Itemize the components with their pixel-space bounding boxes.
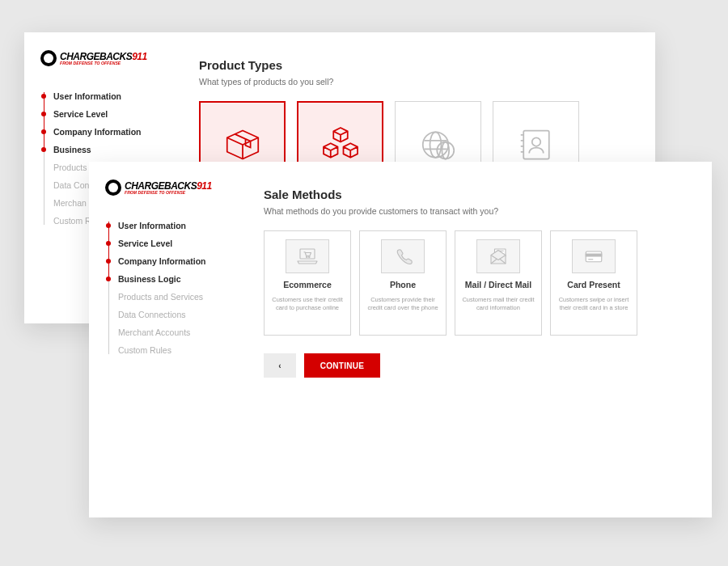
window-sale-methods: CHARGEBACKS911 FROM DEFENSE TO OFFENSE U… <box>89 162 712 517</box>
step-user-information[interactable]: User Information <box>118 217 225 234</box>
logo-tagline: FROM DEFENSE TO OFFENSE <box>60 61 147 65</box>
step-custom-rules[interactable]: Custom Rules <box>118 341 225 359</box>
step-user-information[interactable]: User Information <box>53 87 160 105</box>
option-mail[interactable]: Mail / Direct Mail Customers mail their … <box>455 230 542 336</box>
svg-point-2 <box>437 142 454 158</box>
step-data-connections[interactable]: Data Connections <box>118 306 225 323</box>
card-icon <box>572 239 616 273</box>
contact-icon <box>514 122 559 167</box>
step-business-logic[interactable]: Business Logic <box>118 270 225 288</box>
step-company-information[interactable]: Company Information <box>118 252 225 270</box>
svg-point-3 <box>442 142 449 158</box>
option-title: Card Present <box>567 280 620 289</box>
wizard-actions: ‹ CONTINUE <box>264 353 683 378</box>
option-desc: Customers provide their credit card over… <box>366 296 439 312</box>
option-title: Phone <box>390 280 416 289</box>
logo-tagline: FROM DEFENSE TO OFFENSE <box>125 191 212 195</box>
section-subtitle: What types of products do you sell? <box>199 77 626 87</box>
logo-mark-icon <box>40 50 57 66</box>
back-button[interactable]: ‹ <box>264 353 296 378</box>
logo-mark-icon <box>105 180 121 196</box>
sale-method-options: Ecommerce Customers use their credit car… <box>264 230 683 336</box>
option-title: Mail / Direct Mail <box>465 280 531 289</box>
option-phone[interactable]: Phone Customers provide their credit car… <box>359 230 447 336</box>
section-subtitle: What methods do you provide customers to… <box>264 206 683 216</box>
step-merchant-accounts[interactable]: Merchant Accounts <box>118 323 225 341</box>
globe-icon <box>416 122 461 167</box>
step-products-services[interactable]: Products and Services <box>118 288 225 306</box>
svg-point-7 <box>307 256 308 258</box>
option-title: Ecommerce <box>283 280 332 289</box>
chevron-left-icon: ‹ <box>278 361 281 370</box>
sidebar: CHARGEBACKS911 FROM DEFENSE TO OFFENSE U… <box>89 162 235 517</box>
section-title: Sale Methods <box>264 188 683 201</box>
option-desc: Customers swipe or insert their credit c… <box>557 296 630 312</box>
logo: CHARGEBACKS911 FROM DEFENSE TO OFFENSE <box>40 50 160 66</box>
step-service-level[interactable]: Service Level <box>53 105 160 123</box>
step-company-information[interactable]: Company Information <box>53 123 160 141</box>
logo-wordmark: CHARGEBACKS911 <box>60 52 147 61</box>
option-desc: Customers mail their credit card informa… <box>462 296 535 312</box>
continue-button[interactable]: CONTINUE <box>304 353 380 378</box>
step-business[interactable]: Business <box>53 141 160 158</box>
step-service-level[interactable]: Service Level <box>118 234 225 252</box>
laptop-cart-icon <box>286 239 329 273</box>
svg-rect-11 <box>586 254 602 256</box>
logo: CHARGEBACKS911 FROM DEFENSE TO OFFENSE <box>105 180 225 196</box>
wizard-steps: User Information Service Level Company I… <box>105 217 225 359</box>
option-ecommerce[interactable]: Ecommerce Customers use their credit car… <box>264 230 351 336</box>
cubes-icon <box>318 122 363 167</box>
logo-wordmark: CHARGEBACKS911 <box>125 181 212 191</box>
box-icon <box>220 122 265 167</box>
svg-point-8 <box>309 256 311 258</box>
svg-point-5 <box>531 137 540 146</box>
main-content: Sale Methods What methods do you provide… <box>235 162 712 517</box>
svg-point-0 <box>422 132 448 158</box>
option-desc: Customers use their credit card to purch… <box>271 296 344 312</box>
section-title: Product Types <box>199 58 626 72</box>
option-card-present[interactable]: Card Present Customers swipe or insert t… <box>550 230 637 336</box>
svg-rect-4 <box>523 130 549 158</box>
envelope-icon <box>476 239 520 273</box>
phone-icon <box>381 239 425 273</box>
